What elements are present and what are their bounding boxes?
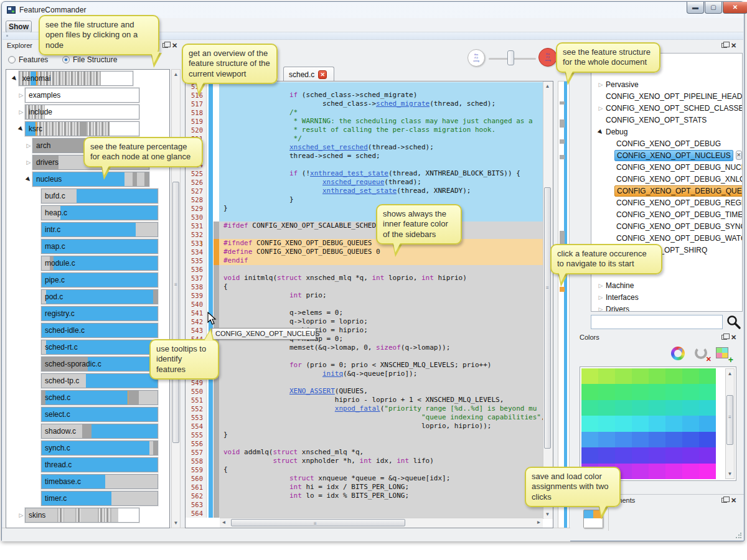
- node-bar-box[interactable]: select.c: [41, 407, 158, 422]
- node-bar-box[interactable]: nucleus: [32, 172, 149, 187]
- code-line-564[interactable]: 564: [186, 509, 553, 518]
- minimize-button[interactable]: ▬: [687, 2, 704, 14]
- tree-node-sched-idle-c[interactable]: sched-idle.c: [6, 322, 169, 338]
- node-bar-box[interactable]: ksrc: [25, 121, 139, 136]
- window-resize-grip[interactable]: [735, 533, 741, 539]
- clear-colors-button[interactable]: ✕: [694, 346, 710, 362]
- tree-node-shadow-c[interactable]: shadow.c: [6, 422, 169, 439]
- code-line-520[interactable]: 520 * result of calling the per-class mi…: [186, 126, 553, 134]
- colors-float-icon[interactable]: [721, 335, 727, 340]
- tree-node-nucleus[interactable]: ▶nucleus: [6, 170, 169, 187]
- expand-arrow-icon[interactable]: ▷: [598, 82, 604, 88]
- node-bar-box[interactable]: include: [25, 105, 139, 119]
- code-line-518[interactable]: 518 /*: [186, 108, 553, 117]
- color-swatch-r3c0[interactable]: [581, 416, 598, 431]
- color-swatch-r1c3[interactable]: [632, 384, 649, 399]
- tree-node-examples[interactable]: ▷examples: [6, 86, 169, 103]
- color-swatch-r1c6[interactable]: [682, 384, 699, 399]
- scroll-up-arrow[interactable]: ▲: [172, 70, 180, 79]
- node-bar-box[interactable]: module.c: [41, 256, 158, 271]
- explorer-scroll-thumb[interactable]: ≡: [172, 182, 179, 443]
- features-float-icon[interactable]: [721, 43, 727, 48]
- feature-node-CONFIG_XENO_OPT_PIPELINE_HEAD[interactable]: CONFIG_XENO_OPT_PIPELINE_HEAD: [591, 90, 742, 102]
- color-swatch-r0c6[interactable]: [682, 368, 699, 384]
- explorer-float-icon[interactable]: [162, 43, 168, 48]
- feature-node-Debug[interactable]: ▶Debug: [591, 126, 742, 138]
- feature-node-CONFIG_XENO_OPT_DEBUG_NUCL[interactable]: CONFIG_XENO_OPT_DEBUG_NUCL...: [591, 161, 742, 173]
- code-line-538[interactable]: 538{: [186, 282, 553, 291]
- tree-node-sched-c[interactable]: sched.c: [6, 389, 169, 406]
- toolbar-grip[interactable]: [6, 35, 8, 37]
- feature-node-Drivers[interactable]: ▷Drivers: [591, 303, 742, 312]
- color-swatch-r2c6[interactable]: [682, 400, 699, 416]
- code-line-537[interactable]: 537void initmlq(struct xnsched_mlq *q, i…: [186, 274, 553, 282]
- code-line-562[interactable]: 562 int lo = idx % BITS_PER_LONG;: [186, 492, 553, 500]
- color-swatch-r5c7[interactable]: [699, 447, 716, 463]
- color-swatch-r1c1[interactable]: [598, 384, 615, 399]
- color-swatch-r1c4[interactable]: [649, 384, 665, 399]
- color-swatch-r5c1[interactable]: [598, 447, 615, 463]
- code-line-548[interactable]: 548 initq(&q->queue[prio]);: [186, 370, 553, 378]
- code-line-525[interactable]: 525 if (!xnthread_test_state(thread, XNT…: [186, 169, 553, 178]
- node-bar-box[interactable]: sched-rt.c: [41, 340, 158, 355]
- feature-search-input[interactable]: [591, 315, 723, 329]
- feature-occurrence-marker[interactable]: [560, 119, 565, 128]
- tree-node-module-c[interactable]: module.c: [6, 254, 169, 271]
- color-swatch-r4c1[interactable]: [598, 432, 615, 447]
- code-line-523[interactable]: 523 thread->sched = sched;: [186, 152, 553, 161]
- code-editor[interactable]: 515516 if (sched_class->sched_migrate)51…: [185, 81, 553, 528]
- feature-occurrence-marker[interactable]: [560, 287, 565, 292]
- scroll-down-arrow[interactable]: ▼: [172, 518, 180, 528]
- node-bar-box[interactable]: examples: [25, 88, 139, 103]
- feature-node-CONFIG_XENO_OPT_DEBUG_QUEUES[interactable]: CONFIG_XENO_OPT_DEBUG_QUEUES✕: [591, 185, 742, 197]
- node-bar-box[interactable]: sched-sporadic.c: [41, 357, 158, 371]
- color-swatch-r4c7[interactable]: [699, 432, 716, 447]
- tree-node-pod-c[interactable]: pod.c: [6, 288, 169, 305]
- code-line-534[interactable]: 534#define CONFIG_XENO_OPT_DEBUG_QUEUES …: [186, 248, 553, 256]
- feature-occurrence-marker[interactable]: [560, 155, 565, 159]
- tree-node-sched-tp-c[interactable]: sched-tp.c: [6, 372, 169, 389]
- code-line-531[interactable]: 531#ifdef CONFIG_XENO_OPT_SCALABLE_SCHED: [186, 222, 553, 230]
- node-bar-box[interactable]: map.c: [41, 239, 158, 254]
- code-line-522[interactable]: 522 xnsched_set_resched(thread->sched);: [186, 143, 553, 152]
- color-swatch-r2c1[interactable]: [598, 400, 615, 416]
- code-line-540[interactable]: 540: [186, 300, 553, 309]
- expand-arrow-icon[interactable]: ▷: [598, 306, 604, 312]
- tree-node-heap-c[interactable]: heap.c: [6, 204, 169, 221]
- color-swatch-r0c7[interactable]: [699, 368, 716, 384]
- remove-highlight-button[interactable]: ✕: [736, 151, 742, 160]
- color-swatch-r0c2[interactable]: [615, 368, 632, 384]
- color-swatch-r1c5[interactable]: [665, 384, 682, 399]
- editor-vertical-scrollbar[interactable]: ▲ ▼ ≡: [543, 82, 553, 519]
- code-line-551[interactable]: 551 hiprio - loprio + 1 < XNSCHED_MLQ_LE…: [186, 396, 553, 404]
- color-swatch-r3c6[interactable]: [682, 416, 699, 431]
- tree-node-intr-c[interactable]: intr.c: [6, 221, 169, 238]
- maximize-button[interactable]: ▢: [705, 2, 722, 14]
- code-line-558[interactable]: 558 struct xnpholder *h, int idx, int li…: [186, 457, 553, 465]
- color-swatch-r5c0[interactable]: [581, 447, 598, 463]
- color-swatch-r3c5[interactable]: [665, 416, 682, 431]
- tree-node-sched-sporadic-c[interactable]: sched-sporadic.c: [6, 355, 169, 372]
- scroll-left-arrow[interactable]: ◄: [220, 518, 228, 527]
- expand-arrow-icon[interactable]: ▷: [25, 159, 32, 166]
- feature-node-CONFIG_XENO_OPT_DEBUG_SYNC[interactable]: CONFIG_XENO_OPT_DEBUG_SYNC...: [591, 220, 742, 232]
- expand-arrow-icon[interactable]: ▷: [598, 282, 604, 289]
- code-line-550[interactable]: 550 XENO_ASSERT(QUEUES,: [186, 387, 553, 396]
- node-bar-box[interactable]: pod.c: [41, 289, 158, 304]
- node-bar-box[interactable]: shadow.c: [41, 424, 158, 439]
- feature-node-CONFIG_XENO_OPT_DEBUG_WATC[interactable]: CONFIG_XENO_OPT_DEBUG_WATC...: [591, 232, 742, 244]
- expand-arrow-icon[interactable]: ▷: [598, 294, 604, 301]
- color-swatch-r3c1[interactable]: [598, 416, 615, 431]
- code-line-517[interactable]: 517 sched_class->sched_migrate(thread, s…: [186, 100, 553, 108]
- explorer-close-icon[interactable]: ✕: [172, 42, 177, 49]
- code-line-532[interactable]: 532: [186, 230, 553, 239]
- colors-scrollbar[interactable]: ▲ ▼ ≡: [725, 368, 735, 479]
- color-swatch-r3c4[interactable]: [649, 416, 665, 431]
- code-line-556[interactable]: 556: [186, 439, 553, 448]
- slider-handle[interactable]: [507, 50, 514, 65]
- code-line-536[interactable]: 536: [186, 265, 553, 274]
- expand-arrow-icon[interactable]: ▷: [598, 105, 604, 111]
- feature-node-CONFIG_XENO_OPT_DEBUG_REGIS[interactable]: CONFIG_XENO_OPT_DEBUG_REGIS...: [591, 197, 742, 208]
- tab-close-icon[interactable]: ✕: [318, 70, 327, 79]
- node-bar-box[interactable]: heap.c: [41, 205, 158, 220]
